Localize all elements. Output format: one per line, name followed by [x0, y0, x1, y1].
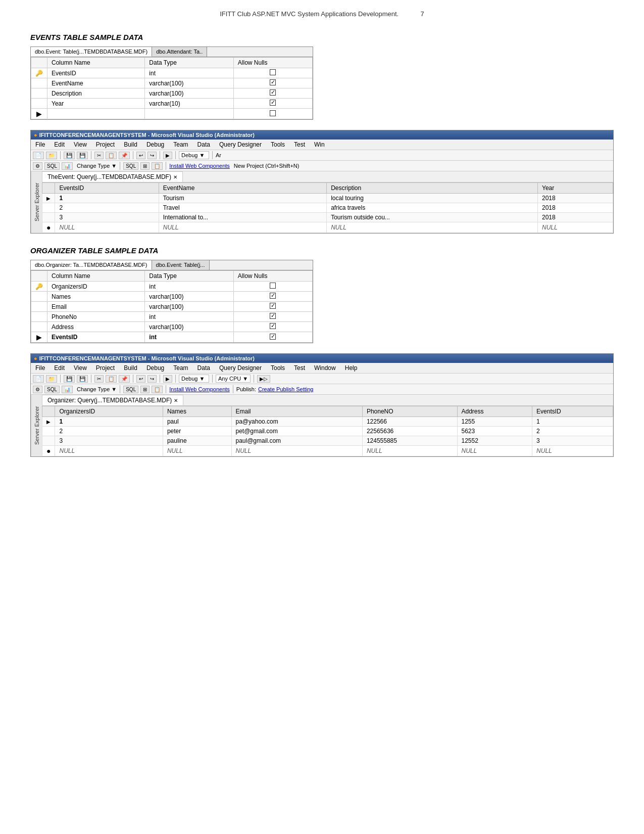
menu2-file[interactable]: File: [34, 364, 46, 372]
menu2-view[interactable]: View: [72, 364, 88, 372]
menu-debug[interactable]: Debug: [145, 141, 166, 149]
menu2-window[interactable]: Window: [313, 364, 337, 372]
vs-menubar-1[interactable]: File Edit View Project Build Debug Team …: [31, 140, 613, 150]
toolbar2-sql1[interactable]: SQL: [44, 386, 60, 393]
menu2-query-designer[interactable]: Query Designer: [218, 364, 263, 372]
toolbar-btn-save2[interactable]: 💾: [77, 152, 88, 159]
toolbar-sep-3: [133, 151, 133, 159]
toolbar-btn-table[interactable]: 📋: [152, 162, 163, 170]
toolbar-btn-paste[interactable]: 📌: [119, 152, 130, 159]
menu-data[interactable]: Data: [196, 141, 212, 149]
query-tab-1[interactable]: TheEvent: Query(j...TEMDBDATABASE.MDF) ✕: [42, 171, 183, 182]
toolbar2-sep-6: [212, 375, 213, 383]
menu2-debug[interactable]: Debug: [145, 364, 166, 372]
install-web-components-link[interactable]: Install Web Components: [169, 163, 230, 169]
menu2-test[interactable]: Test: [292, 364, 307, 372]
debug-dropdown-1[interactable]: Debug ▼: [179, 151, 209, 159]
toolbar-btn-sql2[interactable]: SQL: [123, 162, 138, 170]
col-type-cell: varchar(10): [145, 99, 233, 109]
table-row: EventName varchar(100): [31, 78, 313, 88]
toolbar-btn-undo[interactable]: ↩: [136, 152, 145, 159]
toolbar-btn-sql1[interactable]: SQL: [44, 162, 60, 170]
cpu-dropdown[interactable]: Any CPU ▼: [216, 375, 251, 383]
menu2-edit[interactable]: Edit: [53, 364, 66, 372]
create-publish-link[interactable]: Create Publish Setting: [258, 386, 313, 392]
menu-win[interactable]: Win: [313, 141, 326, 149]
toolbar2-misc2[interactable]: 📊: [62, 386, 73, 393]
col-name-cell: Address: [47, 322, 145, 332]
menu-team[interactable]: Team: [172, 141, 189, 149]
menu-build[interactable]: Build: [122, 141, 139, 149]
col-name-cell: PhoneNo: [47, 312, 145, 322]
toolbar2-btn-paste[interactable]: 📌: [119, 375, 130, 383]
col-type-cell: varchar(100): [145, 78, 233, 88]
menu-view[interactable]: View: [72, 141, 88, 149]
organizer-definition-table: Column Name Data Type Allow Nulls 🔑 Orga…: [31, 270, 313, 343]
toolbar-btn-open[interactable]: 📁: [46, 152, 57, 159]
toolbar2-btn-new[interactable]: 📄: [33, 375, 44, 383]
table-row: ▶ 1 Tourism local touring 2018: [42, 194, 613, 203]
null-value: NULL: [462, 447, 477, 454]
col-type-cell: varchar(100): [145, 302, 233, 312]
menu2-help[interactable]: Help: [343, 364, 359, 372]
toolbar-sep-5: [175, 151, 176, 159]
col-eventname-header: EventName: [159, 183, 326, 194]
toolbar2-btn-save[interactable]: 💾: [64, 375, 75, 383]
toolbar2-btn-cut[interactable]: ✂: [94, 375, 104, 383]
toolbar2-btn-copy[interactable]: 📋: [106, 375, 117, 383]
table-row: 2 peter pet@gmail.com 22565636 5623 2: [42, 427, 613, 436]
menu2-data[interactable]: Data: [196, 364, 212, 372]
change-type-label-2[interactable]: Change Type ▼: [77, 386, 117, 392]
menu-test[interactable]: Test: [292, 141, 307, 149]
toolbar2-table[interactable]: 📋: [152, 386, 163, 393]
toolbar-btn-misc1[interactable]: ⚙: [33, 162, 42, 170]
toolbar2-sql2[interactable]: SQL: [123, 386, 138, 393]
toolbar-btn-grid[interactable]: ⊞: [140, 162, 150, 170]
null-value: NULL: [59, 447, 75, 454]
menu2-tools[interactable]: Tools: [269, 364, 286, 372]
vs-toolbar-2: 📄 📁 💾 💾 ✂ 📋 📌 ↩ ↪ ▶ Debug ▼ Any CPU ▼ ▶▷: [31, 374, 613, 384]
toolbar2-btn-play[interactable]: ▶: [163, 375, 172, 383]
col-type-header: Data Type: [145, 271, 233, 282]
toolbar2-btn-run[interactable]: ▶▷: [257, 375, 270, 383]
events-tab-active[interactable]: dbo.Event: Table(j...TEMDBDATABASE.MDF): [31, 47, 152, 57]
menu2-project[interactable]: Project: [94, 364, 116, 372]
query-tab-2[interactable]: Organizer: Query(j...TEMDBDATABASE.MDF) …: [42, 395, 183, 405]
col-address-header: Address: [457, 406, 532, 417]
toolbar-btn-misc2[interactable]: 📊: [62, 162, 73, 170]
menu-file[interactable]: File: [34, 141, 46, 149]
vs-menubar-2[interactable]: File Edit View Project Build Debug Team …: [31, 363, 613, 374]
toolbar-btn-play[interactable]: ▶: [163, 152, 172, 159]
change-type-label[interactable]: Change Type ▼: [77, 163, 117, 169]
cell-email: paul@gmail.com: [231, 436, 362, 446]
row-indicator: ▶: [42, 417, 55, 427]
toolbar2-btn-open[interactable]: 📁: [46, 375, 57, 383]
menu-edit[interactable]: Edit: [53, 141, 66, 149]
toolbar2-btn-save2[interactable]: 💾: [77, 375, 88, 383]
toolbar-btn-copy[interactable]: 📋: [106, 152, 117, 159]
toolbar2-btn-redo[interactable]: ↪: [147, 375, 157, 383]
menu-query-designer[interactable]: Query Designer: [218, 141, 263, 149]
toolbar-btn-cut[interactable]: ✂: [94, 152, 104, 159]
organizer-tab-active[interactable]: dbo.Organizer: Ta...TEMDBDATABASE.MDF): [31, 260, 152, 270]
menu-project[interactable]: Project: [94, 141, 116, 149]
debug-dropdown-2[interactable]: Debug ▼: [179, 375, 209, 383]
toolbar-btn-new[interactable]: 📄: [33, 152, 44, 159]
toolbar2-grid[interactable]: ⊞: [140, 386, 150, 393]
col-nulls-cell: [233, 68, 312, 78]
toolbar-btn-save[interactable]: 💾: [64, 152, 75, 159]
tab-close-icon-1[interactable]: ✕: [173, 174, 177, 180]
menu-tools[interactable]: Tools: [269, 141, 286, 149]
events-tab-inactive[interactable]: dbo.Attendant: Ta..: [152, 47, 207, 57]
toolbar2-btn-undo[interactable]: ↩: [136, 375, 145, 383]
menu2-team[interactable]: Team: [172, 364, 189, 372]
col-indicator-header: [42, 183, 55, 194]
organizer-tab-inactive[interactable]: dbo.Event: Table(j...: [152, 260, 210, 270]
install-web-components-link-2[interactable]: Install Web Components: [169, 386, 230, 392]
toolbar-btn-redo[interactable]: ↪: [147, 152, 157, 159]
menu2-build[interactable]: Build: [122, 364, 139, 372]
col-nulls-cell: [233, 78, 312, 88]
tab-close-icon-2[interactable]: ✕: [174, 398, 178, 403]
query-tab-label-2: Organizer: Query(j...TEMDBDATABASE.MDF): [47, 397, 172, 404]
toolbar2-misc1[interactable]: ⚙: [33, 386, 42, 393]
